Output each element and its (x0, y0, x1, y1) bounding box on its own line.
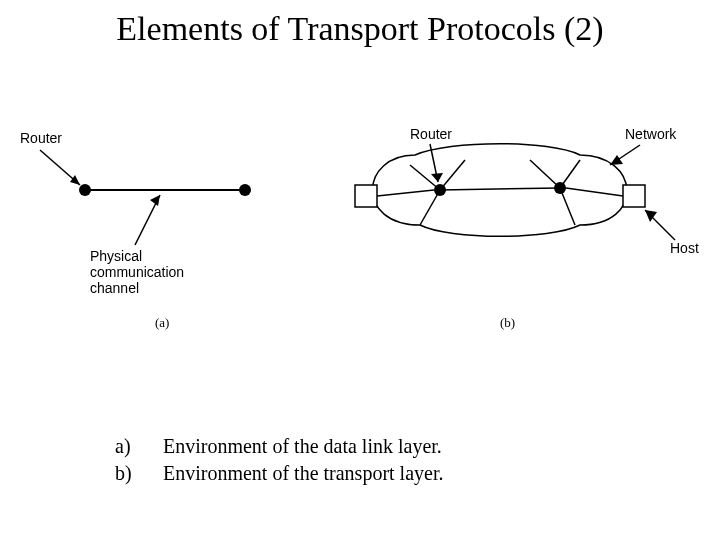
edge (530, 160, 560, 188)
edge (377, 190, 434, 196)
label-network: Network (625, 126, 676, 142)
page-title: Elements of Transport Protocols (2) (0, 10, 720, 48)
legend-key-b: b) (115, 462, 163, 485)
edge (440, 160, 465, 190)
edge (560, 160, 580, 188)
legend-row: b) Environment of the transport layer. (115, 462, 443, 485)
caption-b: (b) (500, 315, 515, 331)
caption-a: (a) (155, 315, 169, 331)
legend-key-a: a) (115, 435, 163, 458)
legend-row: a) Environment of the data link layer. (115, 435, 443, 458)
arrow-head (610, 155, 623, 165)
legend-text-b: Environment of the transport layer. (163, 462, 443, 485)
figure: Router Physical communication channel Ro… (20, 130, 700, 350)
router-dot (79, 184, 91, 196)
edge (560, 188, 575, 225)
label-physical-channel: Physical communication channel (90, 248, 184, 296)
network-cloud (373, 144, 627, 237)
label-host: Host (670, 240, 699, 256)
arrow-head (70, 175, 80, 185)
slide: Elements of Transport Protocols (2) (0, 0, 720, 540)
arrow-head (431, 173, 443, 182)
diagram-svg (20, 130, 700, 350)
edge (566, 188, 623, 196)
host-box (355, 185, 377, 207)
legend: a) Environment of the data link layer. b… (115, 435, 443, 489)
router-dot (239, 184, 251, 196)
host-box (623, 185, 645, 207)
label-router-b: Router (410, 126, 452, 142)
label-router-a: Router (20, 130, 62, 146)
link-line (440, 188, 560, 190)
edge (420, 190, 440, 225)
legend-text-a: Environment of the data link layer. (163, 435, 442, 458)
